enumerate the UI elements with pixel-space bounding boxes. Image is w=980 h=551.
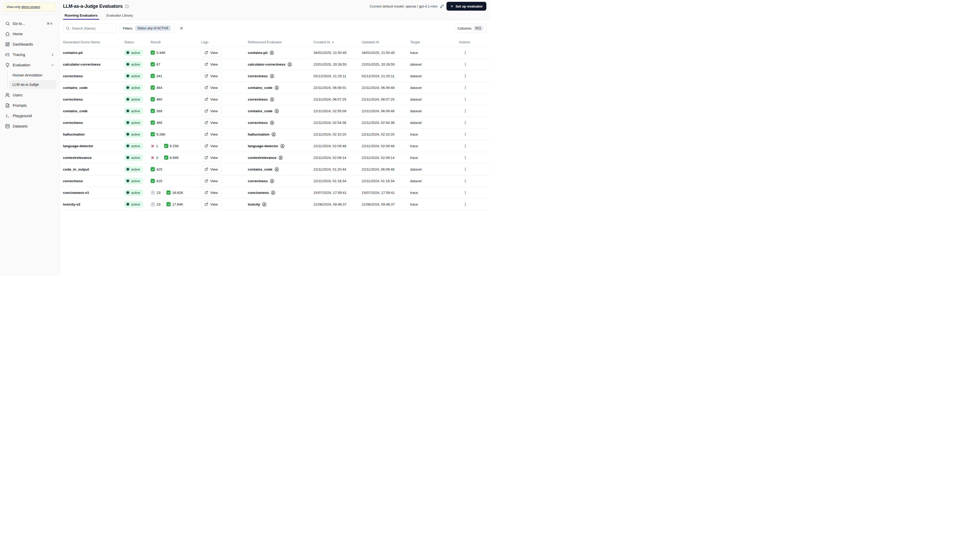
sidebar-item-users[interactable]: Users — [3, 90, 57, 100]
col-generated-score-name[interactable]: Generated Score Name — [59, 40, 124, 44]
generated-score-name: calculator-correctness — [63, 62, 100, 66]
view-logs-button[interactable]: View — [201, 95, 221, 103]
row-actions-menu-button[interactable] — [461, 189, 469, 197]
row-actions-menu-button[interactable] — [461, 60, 469, 68]
result-cell: 2316.62K — [151, 189, 201, 196]
view-logs-button[interactable]: View — [201, 119, 221, 127]
user-circle-icon — [270, 121, 274, 125]
target-value: trace — [410, 144, 459, 148]
referenced-evaluator-link[interactable]: language-detector — [248, 144, 278, 148]
external-link-icon — [205, 86, 208, 89]
result-cell: 460 — [151, 97, 201, 101]
referenced-evaluator-link[interactable]: hallucination — [248, 132, 269, 137]
view-logs-button[interactable]: View — [201, 84, 221, 92]
row-actions-menu-button[interactable] — [461, 154, 469, 162]
referenced-evaluator-link[interactable]: contains-pii — [248, 51, 267, 55]
col-target[interactable]: Target — [410, 40, 459, 44]
row-actions-menu-button[interactable] — [461, 177, 469, 185]
sidebar-item-tracing[interactable]: Tracing — [3, 49, 57, 60]
sidebar-item-home[interactable]: Home — [3, 29, 57, 39]
created-at-value: 22/11/2024, 01:18:34 — [313, 179, 362, 183]
view-logs-button[interactable]: View — [201, 60, 221, 68]
row-actions-menu-button[interactable] — [461, 49, 469, 57]
tab-running-evaluators[interactable]: Running Evaluators — [63, 13, 99, 20]
referenced-evaluator-link[interactable]: conciseness — [248, 191, 269, 195]
setup-evaluator-button[interactable]: Set up evaluator — [447, 2, 486, 11]
edit-model-button[interactable] — [440, 5, 444, 8]
generated-score-name: language-detector — [63, 144, 93, 148]
search-input[interactable] — [63, 24, 116, 33]
row-actions-menu-button[interactable] — [461, 130, 469, 138]
user-circle-icon — [275, 167, 279, 171]
error-count-value: 3 — [156, 156, 158, 160]
filters-button[interactable]: Filters Status any of ACTIVE — [119, 24, 175, 33]
referenced-evaluator-link[interactable]: correctness — [248, 97, 268, 101]
success-count: 16.62K — [167, 191, 183, 195]
sidebar-item-playground[interactable]: Playground — [3, 111, 57, 121]
generated-score-name: contains-pii — [63, 51, 83, 55]
demo-project-link[interactable]: demo project — [21, 5, 40, 9]
tab-evaluator-library[interactable]: Evaluator Library — [105, 13, 135, 20]
view-logs-button[interactable]: View — [201, 130, 221, 138]
view-logs-button[interactable]: View — [201, 189, 221, 197]
sidebar-item-datasets[interactable]: Datasets — [3, 121, 57, 132]
updated-at-value: 22/11/2024, 06:09:48 — [362, 86, 410, 90]
referenced-evaluator-link[interactable]: calculator-correctness — [248, 62, 285, 66]
sidebar-item-prompts[interactable]: Prompts — [3, 100, 57, 111]
referenced-evaluator-link[interactable]: correctness — [248, 179, 268, 183]
columns-button[interactable]: Columns 9/11 — [454, 24, 486, 33]
col-created-at[interactable]: Created At▼ — [313, 40, 362, 44]
sidebar-item-human-annotation[interactable]: Human Annotation — [10, 71, 57, 79]
sidebar-item-evaluation[interactable]: Evaluation — [3, 60, 57, 70]
success-count: 67 — [151, 62, 160, 66]
sidebar-item-go-to[interactable]: Go to... ⌘ K — [3, 18, 57, 29]
kebab-menu-icon — [463, 167, 468, 171]
view-logs-button[interactable]: View — [201, 154, 221, 162]
view-logs-button[interactable]: View — [201, 49, 221, 57]
view-only-banner: View-only demo project — [3, 3, 56, 11]
sidebar-item-llm-as-a-judge[interactable]: LLM-as-a-Judge — [10, 80, 57, 89]
col-updated-at[interactable]: Updated At — [362, 40, 410, 44]
referenced-evaluator-link[interactable]: correctness — [248, 74, 268, 78]
view-logs-button[interactable]: View — [201, 72, 221, 80]
success-count-value: 67 — [156, 62, 160, 66]
result-cell: 9.26K — [151, 132, 201, 137]
clear-filters-button[interactable] — [178, 24, 185, 32]
view-logs-button[interactable]: View — [201, 107, 221, 115]
col-logs[interactable]: Logs — [201, 40, 248, 44]
generated-score-name: toxicity-v2 — [63, 202, 80, 206]
view-logs-button[interactable]: View — [201, 177, 221, 185]
row-actions-menu-button[interactable] — [461, 119, 469, 127]
referenced-evaluator-link[interactable]: correctness — [248, 121, 268, 125]
col-actions: Actions — [459, 40, 490, 44]
external-link-icon — [205, 74, 208, 78]
view-logs-button[interactable]: View — [201, 165, 221, 173]
referenced-evaluator-link[interactable]: contains_code — [248, 86, 272, 90]
row-actions-menu-button[interactable] — [461, 142, 469, 150]
sidebar-item-icon — [5, 93, 10, 97]
row-actions-menu-button[interactable] — [461, 84, 469, 92]
referenced-evaluator-link[interactable]: toxicity — [248, 202, 260, 206]
updated-at-value: 15/07/2024, 17:59:41 — [362, 191, 410, 195]
referenced-evaluator-link[interactable]: contextrelevance — [248, 156, 276, 160]
col-referenced-evaluator[interactable]: Referenced Evaluator — [248, 40, 313, 44]
success-check-icon — [151, 86, 155, 90]
row-actions-menu-button[interactable] — [461, 200, 469, 208]
updated-at-value: 26/02/2025, 21:50:45 — [362, 51, 410, 55]
referenced-evaluator-link[interactable]: contains_code — [248, 109, 272, 113]
view-logs-button[interactable]: View — [201, 142, 221, 150]
chevron-down-icon — [51, 63, 54, 67]
kebab-menu-icon — [463, 121, 468, 125]
sidebar-item-dashboards[interactable]: Dashboards — [3, 39, 57, 49]
view-logs-label: View — [210, 156, 218, 160]
info-icon[interactable] — [125, 5, 129, 8]
col-result[interactable]: Result — [151, 40, 201, 44]
row-actions-menu-button[interactable] — [461, 72, 469, 80]
success-check-icon — [151, 62, 155, 66]
row-actions-menu-button[interactable] — [461, 107, 469, 115]
row-actions-menu-button[interactable] — [461, 165, 469, 173]
row-actions-menu-button[interactable] — [461, 95, 469, 103]
referenced-evaluator-link[interactable]: contains_code — [248, 167, 272, 171]
view-logs-button[interactable]: View — [201, 200, 221, 208]
col-status[interactable]: Status — [124, 40, 151, 44]
